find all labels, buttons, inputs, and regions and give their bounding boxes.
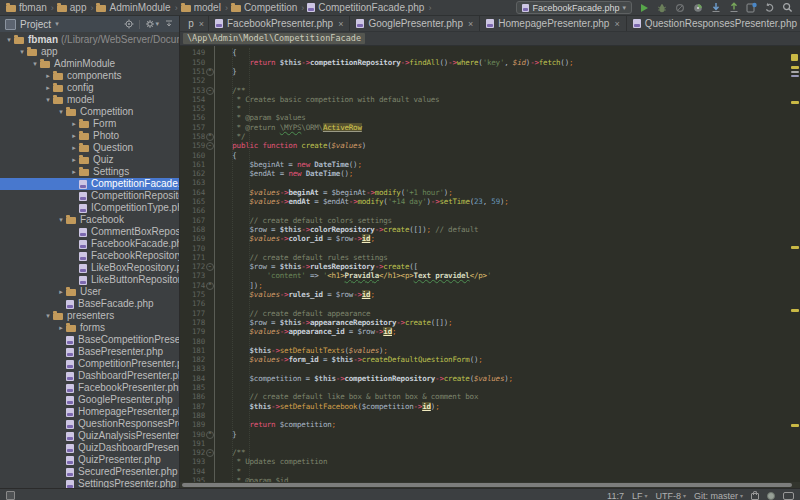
tree-item[interactable]: GooglePresenter.php [0, 394, 179, 406]
error-stripe-mark[interactable] [791, 101, 799, 104]
tree-item[interactable]: ▸forms [0, 322, 179, 334]
tree-item[interactable]: ▸Settings [0, 166, 179, 178]
chevron-right-icon[interactable]: ▸ [69, 154, 79, 166]
chevron-right-icon[interactable]: ▸ [43, 70, 53, 82]
editor-tab[interactable]: GooglePresenter.php× [350, 16, 480, 31]
tree-item[interactable]: QuizAnalysisPresenter.php [0, 430, 179, 442]
chevron-right-icon[interactable]: ▸ [69, 166, 79, 178]
debug-icon[interactable] [655, 1, 668, 14]
tree-item[interactable]: BaseCompetitionPresenter.php [0, 334, 179, 346]
tree-item[interactable]: HomepagePresenter.php [0, 406, 179, 418]
locate-icon[interactable] [124, 19, 134, 29]
chevron-right-icon[interactable]: ▸ [56, 322, 66, 334]
tree-item[interactable]: ▸Question [0, 142, 179, 154]
horizontal-scrollbar[interactable] [180, 482, 800, 488]
collapse-all-icon[interactable] [164, 19, 174, 29]
tree-item[interactable]: CompetitionFacade.php [0, 178, 179, 190]
close-tab-icon[interactable]: × [338, 19, 343, 29]
tree-item[interactable]: SecuredPresenter.php [0, 466, 179, 478]
editor-tab[interactable]: QuestionResponsesPresenter.php× [627, 16, 800, 31]
code-editor[interactable]: 149150151^152153−154155156157158^159−160… [180, 46, 800, 482]
close-tab-icon[interactable]: × [468, 19, 473, 29]
tree-item[interactable]: LikeButtonRepository.php [0, 274, 179, 286]
error-stripe-mark[interactable] [791, 54, 798, 61]
breadcrumb-item[interactable]: fbman› [6, 2, 54, 13]
tree-item[interactable]: LikeBoxRepository.php [0, 262, 179, 274]
lock-icon[interactable] [751, 493, 759, 500]
tree-item[interactable]: ICompetitionType.php [0, 202, 179, 214]
fold-marker-icon[interactable]: ^ [206, 68, 214, 76]
vcs-update-icon[interactable] [709, 1, 722, 14]
tree-item[interactable]: ▸config [0, 82, 179, 94]
error-stripe[interactable] [790, 46, 800, 482]
breadcrumb-item[interactable]: AdminModule› [96, 2, 177, 13]
tree-item[interactable]: ▾model [0, 94, 179, 106]
close-tab-icon[interactable]: × [614, 19, 619, 29]
profiler-icon[interactable] [691, 1, 704, 14]
encoding-select[interactable]: UTF-8▾ [655, 491, 686, 500]
editor-tab[interactable]: p× [180, 16, 209, 31]
tree-item[interactable]: FacebookFacade.php [0, 238, 179, 250]
close-tab-icon[interactable]: × [199, 19, 204, 29]
tree-item[interactable]: ▸components [0, 70, 179, 82]
project-panel-header[interactable]: Project ▾ ▾ [0, 16, 179, 32]
error-stripe-mark[interactable] [791, 66, 799, 69]
tree-item[interactable]: ▾AdminModule [0, 58, 179, 70]
tree-item[interactable]: DashboardPresenter.php [0, 370, 179, 382]
coverage-icon[interactable] [673, 1, 686, 14]
tree-item[interactable]: SettingsPresenter.php [0, 478, 179, 488]
vcs-changes-icon[interactable] [745, 1, 758, 14]
chevron-right-icon[interactable]: ▸ [69, 118, 79, 130]
fold-marker-icon[interactable]: ^ [206, 431, 214, 439]
run-configuration-select[interactable]: FacebookFacade.php ▾ [516, 1, 632, 14]
error-stripe-mark[interactable] [791, 75, 799, 77]
error-stripe-mark[interactable] [791, 424, 799, 427]
tree-item[interactable]: ▾app [0, 46, 179, 58]
chevron-right-icon[interactable]: ▸ [69, 130, 79, 142]
tree-item[interactable]: FacebookPresenter.php [0, 382, 179, 394]
tree-item[interactable]: ▾fbman (/Library/WebServer/Documents/ [0, 34, 179, 46]
chevron-right-icon[interactable]: ▸ [69, 142, 79, 154]
vcs-branch-select[interactable]: Git: master▾ [694, 491, 743, 500]
undo-icon[interactable] [763, 1, 776, 14]
tree-item[interactable]: ▸Form [0, 118, 179, 130]
chevron-down-icon[interactable]: ▾ [56, 214, 66, 226]
tree-item[interactable]: CompetitionRepository.php [0, 190, 179, 202]
tree-item[interactable]: ▸User [0, 286, 179, 298]
fold-marker-icon[interactable]: − [206, 142, 214, 150]
tool-window-toggle-icon[interactable] [6, 491, 15, 500]
chevron-right-icon[interactable]: ▸ [43, 82, 53, 94]
feedback-bubble-icon[interactable] [783, 492, 794, 500]
caret-position[interactable]: 11:7 [607, 491, 624, 500]
tree-item[interactable]: ▸Quiz [0, 154, 179, 166]
tree-item[interactable]: FacebookRepository.php [0, 250, 179, 262]
chevron-down-icon[interactable]: ▾ [56, 106, 66, 118]
tree-item[interactable]: BaseFacade.php [0, 298, 179, 310]
chevron-right-icon[interactable]: ▸ [56, 286, 66, 298]
error-stripe-mark[interactable] [791, 309, 799, 312]
breadcrumb-item[interactable]: CompetitionFacade.php› [307, 2, 431, 13]
tree-item[interactable]: CompetitionPresenter.php [0, 358, 179, 370]
vcs-commit-icon[interactable] [727, 1, 740, 14]
tree-item[interactable]: ▾Facebook [0, 214, 179, 226]
settings-gear-icon[interactable]: ▾ [145, 19, 159, 29]
chevron-down-icon[interactable]: ▾ [17, 46, 27, 58]
fold-marker-icon[interactable]: ^ [206, 282, 214, 290]
tree-item[interactable]: QuizDashboardPresenter.php [0, 442, 179, 454]
tree-item[interactable]: ▾Competition [0, 106, 179, 118]
fold-marker-icon[interactable]: − [206, 449, 214, 457]
scrollbar-thumb[interactable] [182, 483, 792, 487]
chevron-down-icon[interactable]: ▾ [43, 94, 53, 106]
breadcrumb-item[interactable]: app› [57, 2, 94, 13]
fold-marker-icon[interactable]: − [206, 263, 214, 271]
fold-marker-icon[interactable]: − [206, 87, 214, 95]
tree-item[interactable]: ▸Photo [0, 130, 179, 142]
tree-item[interactable]: QuizPresenter.php [0, 454, 179, 466]
editor-breadcrumb[interactable]: \App\Admin\Model\CompetitionFacade [183, 33, 365, 44]
line-separator-select[interactable]: LF▾ [632, 491, 648, 500]
chevron-down-icon[interactable]: ▾ [43, 310, 53, 322]
search-icon[interactable] [781, 1, 794, 14]
error-stripe-mark[interactable] [791, 246, 799, 249]
tree-item[interactable]: BasePresenter.php [0, 346, 179, 358]
chevron-down-icon[interactable]: ▾ [30, 58, 40, 70]
